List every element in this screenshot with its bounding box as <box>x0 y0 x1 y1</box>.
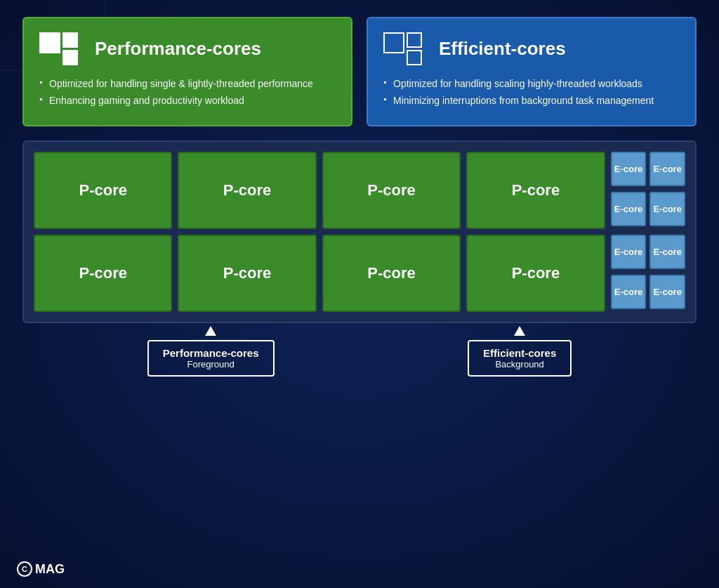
perf-card-header: Performance-cores <box>39 32 336 65</box>
e-core-1-1: E-core <box>611 152 647 186</box>
efficient-label-title: Efficient-cores <box>483 347 556 359</box>
win-outline-block-1 <box>383 32 404 53</box>
e-core-2-3: E-core <box>611 275 647 309</box>
win-block-2 <box>62 32 78 48</box>
logo-icon: C <box>17 561 32 577</box>
e-core-group-1: E-core E-core E-core E-core <box>611 152 685 229</box>
win-outline-block-3 <box>407 50 422 65</box>
logo: C MAG <box>17 561 65 577</box>
windows-filled-icon <box>39 32 84 65</box>
perf-bullet-1: Optimized for handling single & lightly-… <box>39 75 336 92</box>
top-cards-row: Performance-cores Optimized for handling… <box>22 17 697 126</box>
efficient-cores-title: Efficient-cores <box>439 38 566 60</box>
performance-label-title: Performance-cores <box>163 347 259 359</box>
bottom-labels-row: Performance-cores Foreground Efficient-c… <box>22 340 697 377</box>
performance-label-box: Performance-cores Foreground <box>147 340 275 377</box>
main-container: Performance-cores Optimized for handling… <box>0 0 719 588</box>
e-core-1-3: E-core <box>611 192 647 226</box>
eff-card-header: Efficient-cores <box>383 32 680 65</box>
performance-cores-card: Performance-cores Optimized for handling… <box>22 17 352 126</box>
win-block-1 <box>39 32 60 53</box>
perf-bullet-2: Enhancing gaming and productivity worklo… <box>39 92 336 109</box>
logo-text: MAG <box>35 562 65 577</box>
p-core-2-3: P-core <box>322 235 461 312</box>
win-block-3 <box>62 50 78 65</box>
p-core-1-4: P-core <box>466 152 605 229</box>
performance-label-subtitle: Foreground <box>163 359 259 370</box>
e-core-1-4: E-core <box>649 192 685 226</box>
core-grid: P-core P-core P-core P-core E-core E-cor… <box>34 152 685 312</box>
core-row-1: P-core P-core P-core P-core E-core E-cor… <box>34 152 685 229</box>
p-core-1-1: P-core <box>34 152 172 229</box>
p-core-1-2: P-core <box>178 152 316 229</box>
efficient-label-subtitle: Background <box>483 359 556 370</box>
win-outline-block-2 <box>407 32 422 48</box>
eff-bullet-2: Minimizing interruptions from background… <box>383 92 680 109</box>
p-core-2-1: P-core <box>34 235 172 312</box>
efficient-cores-bullets: Optimized for handling scaling highly-th… <box>383 75 680 110</box>
e-core-2-4: E-core <box>649 275 685 309</box>
p-core-2-2: P-core <box>178 235 316 312</box>
e-core-2-2: E-core <box>649 235 685 269</box>
e-core-2-1: E-core <box>611 235 647 269</box>
logo-symbol: C <box>22 565 27 573</box>
core-row-2: P-core P-core P-core P-core E-core E-cor… <box>34 235 685 312</box>
core-grid-section: P-core P-core P-core P-core E-core E-cor… <box>22 141 697 323</box>
performance-cores-bullets: Optimized for handling single & lightly-… <box>39 75 336 110</box>
performance-cores-title: Performance-cores <box>95 38 261 60</box>
efficient-cores-card: Efficient-cores Optimized for handling s… <box>367 17 697 126</box>
e-core-1-2: E-core <box>649 152 685 186</box>
p-core-1-3: P-core <box>322 152 461 229</box>
windows-outline-icon <box>383 32 428 65</box>
eff-bullet-1: Optimized for handling scaling highly-th… <box>383 75 680 92</box>
efficient-label-box: Efficient-cores Background <box>468 340 572 377</box>
e-core-group-2: E-core E-core E-core E-core <box>611 235 685 312</box>
p-core-2-4: P-core <box>466 235 605 312</box>
